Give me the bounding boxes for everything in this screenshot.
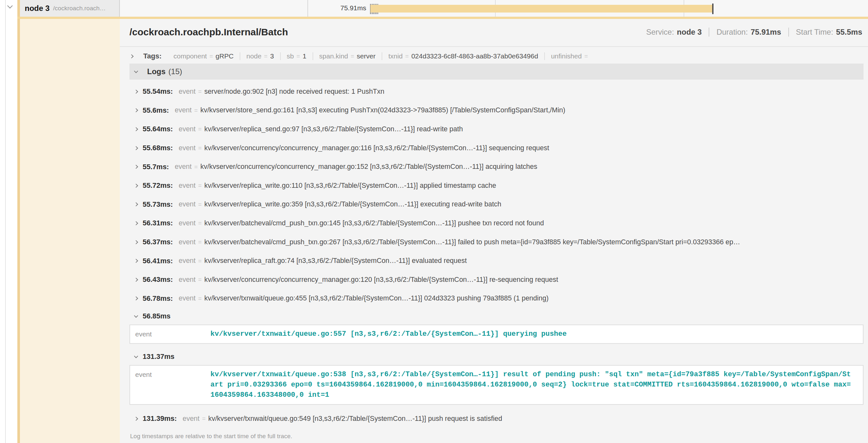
equals-sign: = — [210, 53, 213, 60]
log-entry-row[interactable]: 55.7ms:event=kv/kvserver/concurrency/con… — [129, 157, 864, 176]
log-field-value: kv/kvserver/batcheval/cmd_push_txn.go:14… — [204, 219, 544, 227]
log-field-value: kv/kvserver/concurrency/concurrency_mana… — [200, 163, 537, 171]
equals-sign: = — [198, 258, 202, 265]
tag-key: component — [174, 52, 207, 60]
log-field-key: event — [135, 370, 210, 380]
chevron-right-icon — [134, 259, 138, 263]
tag-item: span.kind=server — [313, 52, 382, 60]
tag-key: sb — [287, 52, 294, 60]
equals-sign: = — [198, 126, 202, 133]
span-row-name-cell[interactable]: node 3 /cockroach.roach… — [20, 0, 119, 17]
log-entry-row[interactable]: 55.6ms:event=kv/kvserver/store_send.go:1… — [129, 101, 864, 120]
log-entry-row[interactable]: 56.41ms:event=kv/kvserver/replica_raft.g… — [129, 251, 864, 270]
meta-separator — [709, 28, 709, 37]
tag-item: node=3 — [240, 52, 280, 60]
meta-separator — [788, 28, 789, 37]
tags-label: Tags: — [143, 52, 162, 60]
chevron-right-icon — [134, 278, 138, 282]
tags-list: component=gRPCnode=3sb=1span.kind=server… — [167, 52, 596, 60]
meta-value: 75.91ms — [751, 28, 781, 36]
equals-sign: = — [198, 201, 202, 208]
logs-header[interactable]: Logs (15) — [129, 64, 864, 79]
log-field-key: event — [175, 106, 192, 114]
chevron-right-icon — [129, 54, 134, 59]
service-color-stripe — [17, 0, 20, 443]
log-entry-header[interactable]: 56.85ms — [129, 308, 864, 325]
equals-sign: = — [297, 53, 300, 60]
chevron-right-icon — [134, 296, 138, 301]
equals-sign: = — [584, 53, 588, 60]
tag-item: unfinished= — [544, 52, 596, 60]
equals-sign: = — [405, 53, 409, 60]
log-entry-row[interactable]: 56.78ms:event=kv/kvserver/txnwait/queue.… — [129, 289, 864, 308]
log-entry-row[interactable]: 55.72ms:event=kv/kvserver/replica_write.… — [129, 176, 864, 195]
log-entry-row[interactable]: 56.31ms:event=kv/kvserver/batcheval/cmd_… — [129, 214, 864, 233]
log-fields-table: eventkv/kvserver/txnwait/queue.go:538 [n… — [129, 365, 864, 405]
log-field-key: event — [179, 257, 196, 265]
span-detail-panel: /cockroach.roachpb.Internal/Batch Servic… — [120, 19, 868, 443]
log-entry-row[interactable]: 56.43ms:event=kv/kvserver/concurrency/co… — [129, 270, 864, 289]
span-meta: Service:node 3 Duration:75.91ms Start Ti… — [646, 28, 862, 37]
tag-value: 3 — [270, 52, 274, 60]
log-timestamp: 56.37ms: — [143, 238, 173, 246]
chevron-down-icon[interactable] — [7, 3, 13, 9]
equals-sign: = — [198, 182, 202, 189]
chevron-right-icon — [134, 183, 138, 188]
tag-value: gRPC — [216, 52, 234, 60]
equals-sign: = — [198, 88, 202, 95]
tag-key: txnid — [389, 52, 403, 60]
log-field-value: kv/kvserver/batcheval/cmd_push_txn.go:26… — [204, 238, 740, 246]
chevron-down-icon — [134, 354, 138, 358]
log-timestamp: 55.6ms: — [143, 106, 169, 114]
tag-item: sb=1 — [280, 52, 313, 60]
meta-label: Start Time: — [796, 28, 833, 36]
tags-row[interactable]: Tags: component=gRPCnode=3sb=1span.kind=… — [120, 47, 868, 64]
equals-sign: = — [198, 144, 202, 151]
log-field-value: kv/kvserver/replica_raft.go:74 [n3,s3,r6… — [204, 257, 467, 265]
log-entry-row[interactable]: 55.54ms:event=server/node.go:902 [n3] no… — [129, 82, 864, 101]
log-entry-row[interactable]: 56.37ms:event=kv/kvserver/batcheval/cmd_… — [129, 233, 864, 252]
tag-value: server — [357, 52, 375, 60]
log-entry-expanded: 131.37mseventkv/kvserver/txnwait/queue.g… — [129, 348, 864, 405]
log-entry-row[interactable]: 131.39ms:event=kv/kvserver/txnwait/queue… — [129, 409, 864, 428]
log-field-value: kv/kvserver/replica_send.go:97 [n3,s3,r6… — [204, 125, 463, 133]
tag-key: unfinished — [551, 52, 582, 60]
log-timestamp: 131.39ms: — [143, 414, 177, 423]
timeline-gridline — [307, 0, 308, 17]
log-entry-row[interactable]: 55.64ms:event=kv/kvserver/replica_send.g… — [129, 120, 864, 139]
equals-sign: = — [264, 53, 268, 60]
span-duration-bar[interactable] — [370, 5, 713, 12]
meta-label: Duration: — [716, 28, 747, 36]
equals-sign: = — [194, 107, 198, 114]
log-field-key: event — [179, 125, 196, 133]
jaeger-trace-detail-view: { "ui": { "equals_sign": "=" }, "colors"… — [0, 0, 868, 443]
log-entry-row[interactable]: 55.73ms:event=kv/kvserver/replica_write.… — [129, 195, 864, 214]
logs-count: (15) — [168, 67, 182, 76]
tag-item: component=gRPC — [167, 52, 240, 60]
span-duration-label: 75.91ms — [340, 4, 366, 12]
log-entry-header[interactable]: 131.37ms — [129, 348, 864, 365]
span-service-name: node 3 — [25, 4, 50, 13]
log-field-key: event — [179, 144, 196, 152]
tag-item: txnid=024d3323-6c8f-4863-aa8b-37ab0e6349… — [382, 52, 544, 60]
equals-sign: = — [198, 276, 202, 283]
chevron-right-icon — [134, 202, 138, 206]
log-field-value: kv/kvserver/replica_write.go:359 [n3,s3,… — [204, 200, 501, 208]
meta-service: Service:node 3 — [646, 28, 702, 37]
span-row-timeline[interactable]: 75.91ms — [119, 0, 868, 17]
chevron-right-icon — [134, 417, 138, 421]
log-entry-row[interactable]: 55.68ms:event=kv/kvserver/concurrency/co… — [129, 139, 864, 158]
log-field-value: kv/kvserver/txnwait/queue.go:557 [n3,s3,… — [210, 329, 567, 339]
logs-title: Logs — [147, 67, 165, 76]
log-field-value: kv/kvserver/replica_write.go:110 [n3,s3,… — [204, 182, 496, 190]
meta-value: node 3 — [677, 28, 702, 36]
equals-sign: = — [198, 239, 202, 246]
span-detail-header: /cockroach.roachpb.Internal/Batch Servic… — [120, 19, 868, 47]
detail-panel-top-border — [17, 17, 868, 19]
log-field-key: event — [183, 415, 199, 423]
log-field-key: event — [135, 329, 210, 339]
log-field-key: event — [179, 294, 196, 302]
log-field-value: kv/kvserver/concurrency/concurrency_mana… — [204, 276, 558, 284]
log-timestamp: 55.7ms: — [143, 163, 169, 171]
meta-value: 55.5ms — [836, 28, 862, 36]
